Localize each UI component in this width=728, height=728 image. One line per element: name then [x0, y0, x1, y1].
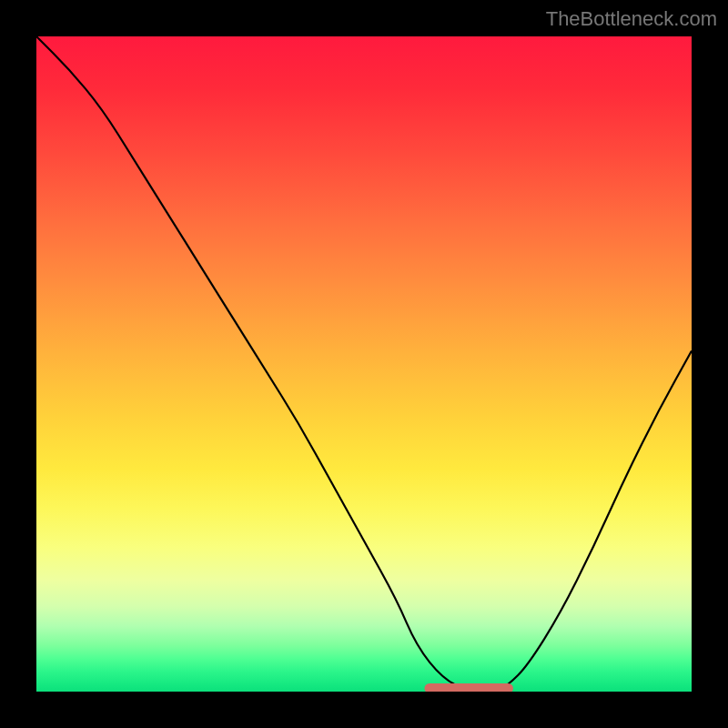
bottleneck-curve — [36, 36, 692, 692]
plot-area — [36, 36, 692, 692]
watermark-text: TheBottleneck.com — [546, 7, 717, 31]
chart-container: TheBottleneck.com — [0, 0, 728, 728]
curve-overlay — [36, 36, 692, 692]
